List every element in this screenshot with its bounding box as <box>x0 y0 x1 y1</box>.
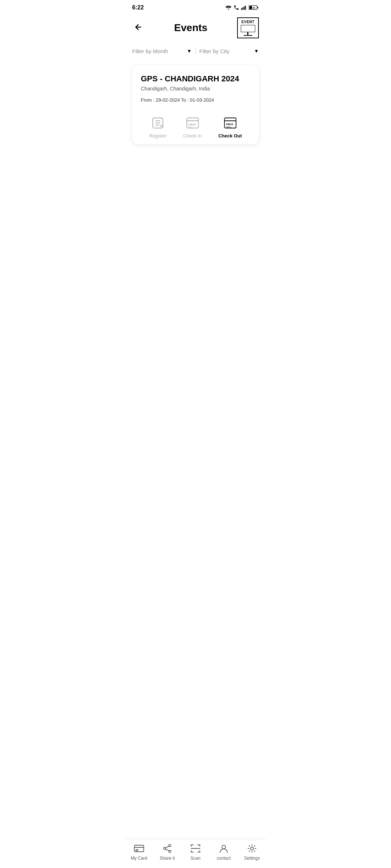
header: Events EVENT <box>125 14 266 44</box>
event-base-icon <box>244 35 252 36</box>
battery-icon: 39 <box>249 5 259 10</box>
svg-text:CHECK: CHECK <box>188 123 196 126</box>
filter-city-dropdown[interactable]: Filter by City ▼ <box>199 48 259 54</box>
svg-text:39: 39 <box>253 7 255 9</box>
svg-rect-1 <box>243 7 243 10</box>
svg-text:OUT→: OUT→ <box>226 126 232 128</box>
checkin-button[interactable]: CHECK IN← Check In <box>183 115 202 139</box>
svg-rect-6 <box>249 6 252 9</box>
event-actions: Register CHECK IN← Check In <box>141 111 250 139</box>
checkin-label: Check In <box>183 133 202 139</box>
filter-month-label: Filter by Month <box>132 48 168 54</box>
filter-city-label: Filter by City <box>199 48 230 54</box>
filter-month-dropdown[interactable]: Filter by Month ▼ <box>132 48 192 54</box>
svg-rect-3 <box>245 5 246 10</box>
filter-divider <box>196 47 196 55</box>
chevron-down-icon-2: ▼ <box>254 48 259 54</box>
event-icon-label: EVENT <box>241 20 255 24</box>
event-icon-button[interactable]: EVENT <box>237 17 259 38</box>
wifi-icon <box>225 5 232 10</box>
event-name: GPS - CHANDIGARH 2024 <box>141 74 250 84</box>
back-arrow-icon <box>134 23 143 31</box>
event-screen-icon <box>241 25 255 32</box>
svg-rect-2 <box>244 7 244 10</box>
checkout-label: Check Out <box>218 133 242 139</box>
checkout-button[interactable]: CHECK OUT→ Check Out <box>218 115 242 139</box>
events-list: GPS - CHANDIGARH 2024 Chandigarh, Chandi… <box>125 62 266 148</box>
svg-text:IN←: IN← <box>189 126 193 129</box>
event-dates: From : 29-02-2024 To : 01-03-2024 <box>141 97 250 103</box>
checkout-icon: CHECK OUT→ <box>222 115 238 131</box>
back-button[interactable] <box>132 21 144 35</box>
register-icon <box>150 115 166 131</box>
event-card: GPS - CHANDIGARH 2024 Chandigarh, Chandi… <box>132 65 259 144</box>
status-bar: 6:22 39 <box>125 0 266 14</box>
status-icons: 39 <box>225 5 259 10</box>
event-stand-icon <box>247 32 248 35</box>
event-location: Chandigarh, Chandigarh, India <box>141 86 250 92</box>
register-label: Register <box>149 133 167 139</box>
svg-rect-5 <box>257 7 258 9</box>
status-time: 6:22 <box>132 4 144 11</box>
signal-icon <box>241 5 247 10</box>
call-icon <box>234 5 239 10</box>
chevron-down-icon: ▼ <box>187 48 192 54</box>
filters-row: Filter by Month ▼ Filter by City ▼ <box>125 44 266 62</box>
svg-text:CHECK: CHECK <box>226 123 233 126</box>
checkin-icon: CHECK IN← <box>185 115 201 131</box>
svg-rect-0 <box>241 8 242 10</box>
page-title: Events <box>174 22 207 34</box>
register-button[interactable]: Register <box>149 115 167 139</box>
